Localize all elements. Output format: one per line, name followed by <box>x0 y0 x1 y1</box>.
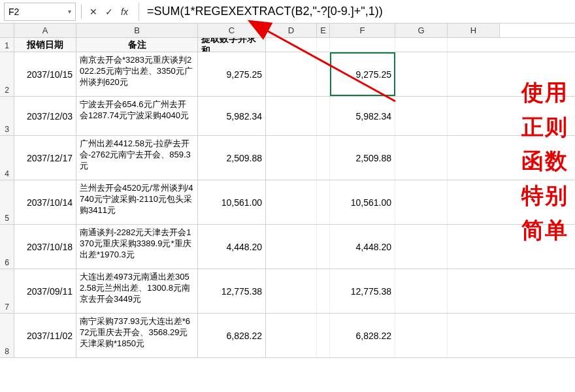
cell-e8[interactable] <box>317 314 330 357</box>
cell-c3[interactable]: 5,982.34 <box>198 97 266 135</box>
cell-h2[interactable] <box>448 52 500 96</box>
col-header-h[interactable]: H <box>448 24 500 37</box>
cancel-icon[interactable]: ✕ <box>87 5 100 18</box>
col-header-d[interactable]: D <box>266 24 317 37</box>
col-header-b[interactable]: B <box>76 24 198 37</box>
cell-a6[interactable]: 2037/10/18 <box>14 225 76 269</box>
col-header-g[interactable]: G <box>395 24 448 37</box>
cell-f5[interactable]: 10,561.00 <box>330 180 395 224</box>
cell-g6[interactable] <box>395 225 448 269</box>
cell-c8[interactable]: 6,828.22 <box>198 314 266 357</box>
cell-a4[interactable]: 2037/12/17 <box>14 136 76 180</box>
cell-h5[interactable] <box>448 180 500 224</box>
cell-h7[interactable] <box>448 269 500 313</box>
table-row: 4 2037/12/17 广州出差4412.58元-拉萨去开会-2762元南宁去… <box>0 136 575 180</box>
cell-f4[interactable]: 2,509.88 <box>330 136 395 180</box>
cell-b2[interactable]: 南京去开会*3283元重庆谈判2022.25元南宁出差、3350元广州谈判620… <box>76 52 198 96</box>
row-header-6[interactable]: 6 <box>0 225 14 269</box>
cell-f6[interactable]: 4,448.20 <box>330 225 395 269</box>
formula-input-wrap: =SUM(1*REGEXEXTRACT(B2,"-?[0-9.]+",1)) <box>139 3 571 21</box>
cell-b8[interactable]: 南宁采购737.93元大连出差*672元重庆去开会、3568.29元天津采购*1… <box>76 314 198 357</box>
cell-h8[interactable] <box>448 314 500 357</box>
table-row: 2 2037/10/15 南京去开会*3283元重庆谈判2022.25元南宁出差… <box>0 52 575 97</box>
row-header-4[interactable]: 4 <box>0 136 14 180</box>
cell-b6[interactable]: 南通谈判-2282元天津去开会1370元重庆采购3389.9元*重庆出差*197… <box>76 225 198 269</box>
chevron-down-icon[interactable]: ▾ <box>68 8 71 15</box>
cell-h6[interactable] <box>448 225 500 269</box>
cell-a3[interactable]: 2037/12/03 <box>14 97 76 135</box>
cell-f3[interactable]: 5,982.34 <box>330 97 395 135</box>
col-header-f[interactable]: F <box>330 24 395 37</box>
cell-d6[interactable] <box>266 225 317 269</box>
row-header-3[interactable]: 3 <box>0 97 14 135</box>
cell-e2[interactable] <box>317 52 330 96</box>
cell-a5[interactable]: 2037/10/14 <box>14 180 76 224</box>
cell-c2[interactable]: 9,275.25 <box>198 52 266 96</box>
row-header-1[interactable]: 1 <box>0 38 14 52</box>
cell-d8[interactable] <box>266 314 317 357</box>
col-header-c[interactable]: C <box>198 24 266 37</box>
cell-c7[interactable]: 12,775.38 <box>198 269 266 313</box>
cell-c5[interactable]: 10,561.00 <box>198 180 266 224</box>
cell-e5[interactable] <box>317 180 330 224</box>
row-header-2[interactable]: 2 <box>0 52 14 96</box>
cell-d2[interactable] <box>266 52 317 96</box>
col-header-a[interactable]: A <box>14 24 76 37</box>
cell-f1[interactable] <box>330 38 395 52</box>
table-header-row: 1 报销日期 备注 提取数字并求和 <box>0 38 575 52</box>
cell-a8[interactable]: 2037/11/02 <box>14 314 76 357</box>
cell-e6[interactable] <box>317 225 330 269</box>
row-header-7[interactable]: 7 <box>0 269 14 313</box>
column-headers: A B C D E F G H <box>0 24 575 38</box>
cell-e4[interactable] <box>317 136 330 180</box>
cell-b7[interactable]: 大连出差4973元南通出差3052.58元兰州出差、1300.8元南京去开会34… <box>76 269 198 313</box>
cell-e3[interactable] <box>317 97 330 135</box>
name-box[interactable]: F2 ▾ <box>4 3 76 21</box>
formula-toolbar: F2 ▾ ✕ ✓ fx =SUM(1*REGEXEXTRACT(B2,"-?[0… <box>0 0 575 24</box>
select-all-corner[interactable] <box>0 24 14 37</box>
cell-c4[interactable]: 2,509.88 <box>198 136 266 180</box>
cell-b3[interactable]: 宁波去开会654.6元广州去开会1287.74元宁波采购4040元 <box>76 97 198 135</box>
cell-c1[interactable]: 提取数字并求和 <box>198 38 266 52</box>
cell-f7[interactable]: 12,775.38 <box>330 269 395 313</box>
cell-g5[interactable] <box>395 180 448 224</box>
cell-g1[interactable] <box>395 38 448 52</box>
cell-h1[interactable] <box>448 38 500 52</box>
cell-a1[interactable]: 报销日期 <box>14 38 76 52</box>
cell-g7[interactable] <box>395 269 448 313</box>
cell-d7[interactable] <box>266 269 317 313</box>
cell-d5[interactable] <box>266 180 317 224</box>
cell-d4[interactable] <box>266 136 317 180</box>
cell-d1[interactable] <box>266 38 317 52</box>
table-row: 5 2037/10/14 兰州去开会4520元/常州谈判/4740元宁波采购-2… <box>0 180 575 225</box>
cell-a2[interactable]: 2037/10/15 <box>14 52 76 96</box>
cell-a7[interactable]: 2037/09/11 <box>14 269 76 313</box>
cell-e7[interactable] <box>317 269 330 313</box>
row-header-8[interactable]: 8 <box>0 314 14 357</box>
cell-d3[interactable] <box>266 97 317 135</box>
cell-e1[interactable] <box>317 38 330 52</box>
cell-b1[interactable]: 备注 <box>76 38 198 52</box>
cell-g2[interactable] <box>395 52 448 96</box>
table-row: 8 2037/11/02 南宁采购737.93元大连出差*672元重庆去开会、3… <box>0 314 575 358</box>
formula-input[interactable]: =SUM(1*REGEXEXTRACT(B2,"-?[0-9.]+",1)) <box>147 5 383 18</box>
fx-label[interactable]: fx <box>118 7 131 17</box>
name-box-value: F2 <box>8 7 19 17</box>
cell-g4[interactable] <box>395 136 448 180</box>
cell-f2[interactable]: 9,275.25 <box>330 52 395 96</box>
annotation-line1: 使用 <box>521 75 568 110</box>
cell-b5[interactable]: 兰州去开会4520元/常州谈判/4740元宁波采购-2110元包头采购3411元 <box>76 180 198 224</box>
cell-g3[interactable] <box>395 97 448 135</box>
cell-h4[interactable] <box>448 136 500 180</box>
cell-f8[interactable]: 6,828.22 <box>330 314 395 357</box>
grid-body: 1 报销日期 备注 提取数字并求和 2 2037/10/15 南京去开会*328… <box>0 38 575 358</box>
row-header-5[interactable]: 5 <box>0 180 14 224</box>
col-header-e[interactable]: E <box>317 24 330 37</box>
annotation-line4: 特别 <box>521 178 568 213</box>
cell-g8[interactable] <box>395 314 448 357</box>
confirm-icon[interactable]: ✓ <box>103 5 116 18</box>
cell-b4[interactable]: 广州出差4412.58元-拉萨去开会-2762元南宁去开会、859.3元 <box>76 136 198 180</box>
cell-h3[interactable] <box>448 97 500 135</box>
table-row: 7 2037/09/11 大连出差4973元南通出差3052.58元兰州出差、1… <box>0 269 575 314</box>
cell-c6[interactable]: 4,448.20 <box>198 225 266 269</box>
